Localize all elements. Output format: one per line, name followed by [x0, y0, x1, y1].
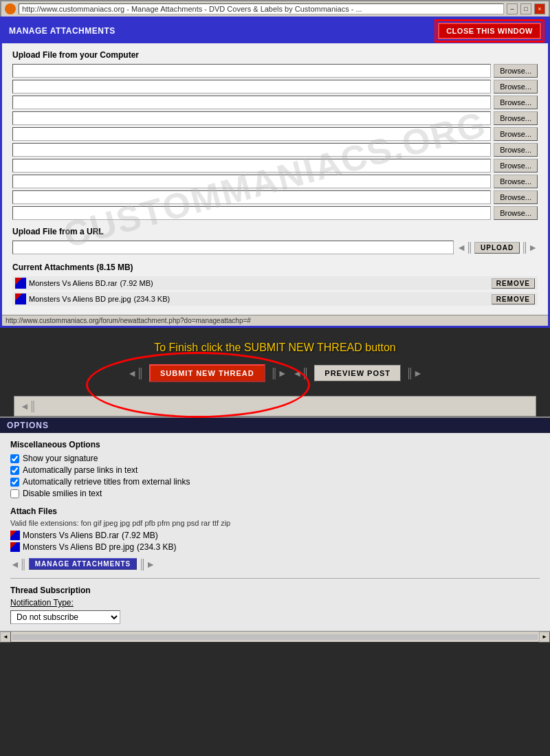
browser-icon	[5, 3, 16, 14]
attachment-size-2: (234.3 KB)	[134, 295, 170, 303]
pipe-left-icon: ◄║	[456, 242, 473, 253]
browse-button-10[interactable]: Browse...	[494, 206, 538, 220]
url-input-row: ◄║ UPLOAD ║►	[12, 241, 538, 254]
file-input-4[interactable]	[12, 111, 491, 125]
file-input-5[interactable]	[12, 127, 491, 141]
submit-instruction: To Finish click the SUBMIT NEW THREAD bu…	[14, 342, 536, 354]
options-body: Miscellaneous Options Show your signatur…	[0, 433, 550, 631]
upload-button[interactable]: UPLOAD	[474, 242, 520, 254]
file-input-6[interactable]	[12, 143, 491, 157]
checkbox-signature[interactable]	[10, 454, 19, 463]
manage-deco-r: ║►	[139, 559, 155, 570]
file-input-7[interactable]	[12, 159, 491, 173]
upload-rows: Browse... Browse... Browse... Browse... …	[12, 64, 538, 220]
url-input[interactable]	[12, 241, 454, 254]
attachment-row-2: Monsters Vs Aliens BD pre.jpg (234.3 KB)…	[12, 292, 538, 306]
file-input-8[interactable]	[12, 175, 491, 188]
checkbox-parse[interactable]	[10, 466, 19, 475]
upload-row: Browse...	[12, 190, 538, 204]
manage-attachments-button[interactable]: MANAGE ATTACHMENTS	[29, 558, 137, 570]
file-icon-2	[15, 293, 26, 304]
file-input-3[interactable]	[12, 96, 491, 109]
file-input-2[interactable]	[12, 80, 491, 93]
attachments-header: Current Attachments (8.15 MB)	[12, 263, 538, 272]
manage-deco-l: ◄║	[10, 559, 27, 570]
upload-row: Browse...	[12, 80, 538, 93]
options-attachment-size-2: (234.3 KB)	[137, 542, 176, 552]
file-input-1[interactable]	[12, 64, 491, 78]
status-bar: http://www.custommaniacs.org/forum/newat…	[2, 315, 548, 326]
options-attachment-1: Monsters Vs Aliens BD.rar (7.92 MB)	[10, 531, 540, 540]
upload-row: Browse...	[12, 206, 538, 220]
red-ellipse-highlight: ◄║ SUBMIT NEW THREAD ║► ◄║ PREVIEW POST …	[127, 364, 423, 382]
browse-button-1[interactable]: Browse...	[494, 64, 538, 78]
scroll-track	[12, 634, 538, 640]
checkbox-signature-label: Show your signature	[23, 454, 98, 463]
subscription-title: Thread Subscription	[10, 586, 540, 595]
file-input-10[interactable]	[12, 206, 491, 220]
checkbox-smilies[interactable]	[10, 489, 19, 498]
options-attachment-name-1: Monsters Vs Aliens BD.rar	[23, 531, 119, 540]
manage-bar: ◄║	[14, 396, 536, 416]
browse-button-9[interactable]: Browse...	[494, 190, 538, 204]
popup-header: MANAGE ATTACHMENTS CLOSE THIS WINDOW	[2, 19, 548, 43]
subscription-section: Thread Subscription Notification Type: D…	[10, 578, 540, 624]
browser-address: http://www.custommaniacs.org - Manage At…	[19, 3, 504, 14]
attachment-name-1: Monsters Vs Aliens BD.rar	[29, 279, 117, 287]
attachments-section: Current Attachments (8.15 MB) Monsters V…	[12, 263, 538, 306]
options-file-icon-1	[10, 531, 20, 540]
attachment-info-2: Monsters Vs Aliens BD pre.jpg (234.3 KB)	[15, 293, 170, 304]
options-attachment-name-2: Monsters Vs Aliens BD pre.jpg	[23, 542, 134, 552]
browse-button-3[interactable]: Browse...	[494, 96, 538, 109]
url-section: Upload File from a URL ◄║ UPLOAD ║►	[12, 227, 538, 254]
manage-attachments-btn-container: ◄║ MANAGE ATTACHMENTS ║►	[10, 558, 155, 570]
misc-options-title: Miscellaneous Options	[10, 440, 540, 449]
submit-new-thread-button[interactable]: SUBMIT NEW THREAD	[149, 364, 265, 382]
options-section: OPTIONS Miscellaneous Options Show your …	[0, 416, 550, 631]
browser-close-button[interactable]: ×	[534, 3, 545, 14]
file-icon-1	[15, 278, 26, 289]
checkbox-parse-label: Automatically parse links in text	[23, 465, 138, 475]
options-file-icon-2	[10, 542, 20, 552]
upload-btn-container: ◄║ UPLOAD ║►	[456, 242, 538, 254]
checkbox-titles[interactable]	[10, 478, 19, 487]
upload-row: Browse...	[12, 64, 538, 78]
file-input-9[interactable]	[12, 190, 491, 204]
attachment-info-1: Monsters Vs Aliens BD.rar (7.92 MB)	[15, 278, 153, 289]
action-buttons: ◄║ SUBMIT NEW THREAD ║► ◄║ PREVIEW POST …	[127, 364, 423, 382]
browse-button-6[interactable]: Browse...	[494, 143, 538, 157]
remove-button-2[interactable]: REMOVE	[492, 294, 535, 304]
upload-url-label: Upload File from a URL	[12, 227, 538, 236]
scroll-right-button[interactable]: ►	[539, 632, 550, 643]
browse-button-2[interactable]: Browse...	[494, 80, 538, 93]
deco-right-1: ║►	[271, 368, 287, 379]
minimize-button[interactable]: –	[507, 3, 518, 14]
browse-button-8[interactable]: Browse...	[494, 175, 538, 188]
scroll-left-button[interactable]: ◄	[0, 632, 11, 643]
maximize-button[interactable]: □	[520, 3, 531, 14]
options-attachment-2: Monsters Vs Aliens BD pre.jpg (234.3 KB)	[10, 542, 540, 552]
popup-title: MANAGE ATTACHMENTS	[9, 26, 116, 36]
remove-button-1[interactable]: REMOVE	[492, 278, 535, 289]
options-header: OPTIONS	[0, 418, 550, 433]
attachment-row-1: Monsters Vs Aliens BD.rar (7.92 MB) REMO…	[12, 276, 538, 290]
upload-row: Browse...	[12, 127, 538, 141]
browser-chrome: http://www.custommaniacs.org - Manage At…	[0, 0, 550, 16]
submit-section: To Finish click the SUBMIT NEW THREAD bu…	[0, 328, 550, 396]
upload-computer-label: Upload File from your Computer	[12, 50, 538, 60]
attachment-name-2: Monsters Vs Aliens BD pre.jpg	[29, 295, 131, 303]
preview-post-button[interactable]: PREVIEW POST	[314, 365, 401, 381]
browse-button-7[interactable]: Browse...	[494, 159, 538, 173]
close-window-button[interactable]: CLOSE THIS WINDOW	[438, 23, 541, 39]
valid-extensions: Valid file extensions: fon gif jpeg jpg …	[10, 519, 540, 527]
subscription-select[interactable]: Do not subscribe Instant email notificat…	[10, 610, 120, 624]
browse-button-4[interactable]: Browse...	[494, 111, 538, 125]
upload-row: Browse...	[12, 96, 538, 109]
deco-left-1: ◄║	[127, 368, 144, 379]
checkbox-titles-label: Automatically retrieve titles from exter…	[23, 477, 190, 487]
checkbox-row-signature: Show your signature	[10, 454, 540, 463]
browse-button-5[interactable]: Browse...	[494, 127, 538, 141]
checkbox-row-smilies: Disable smilies in text	[10, 489, 540, 498]
attachment-size-1: (7.92 MB)	[120, 279, 153, 287]
pipe-right-icon: ║►	[521, 242, 538, 253]
